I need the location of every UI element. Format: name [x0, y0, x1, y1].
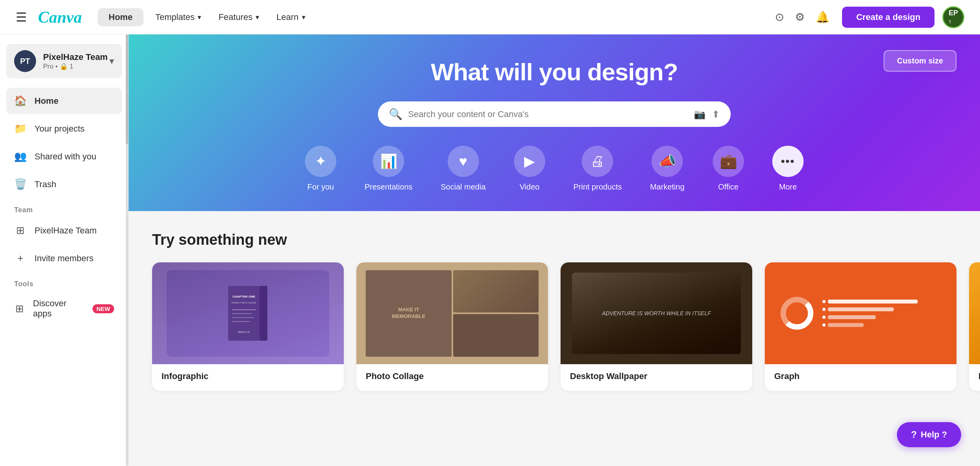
- camera-icon[interactable]: 📷: [694, 109, 706, 120]
- templates-chevron-icon: ▾: [198, 13, 201, 22]
- help-button[interactable]: ? Help ?: [897, 422, 961, 447]
- category-office-label: Office: [718, 182, 739, 191]
- category-more[interactable]: ••• More: [758, 146, 818, 191]
- category-office[interactable]: 💼 Office: [699, 146, 758, 191]
- infographic-card-image: CHAPTER ONE RISING FOR A CAUSE ABOUT US: [152, 262, 344, 364]
- category-print-products-label: Print products: [573, 182, 622, 191]
- print-products-icon: 🖨: [582, 146, 613, 177]
- svg-text:RISING FOR A CAUSE: RISING FOR A CAUSE: [232, 302, 256, 304]
- category-for-you[interactable]: ✦ For you: [291, 146, 350, 191]
- svg-text:CHAPTER ONE: CHAPTER ONE: [232, 295, 256, 298]
- template-card-graph[interactable]: Graph: [765, 262, 956, 391]
- notifications-bell-icon[interactable]: 🔔: [816, 11, 829, 23]
- template-card-photo-collage[interactable]: MAKE ITMEMORABLE Photo Collage: [356, 262, 548, 391]
- search-input[interactable]: [408, 109, 688, 119]
- book-image: MAKINGTH...HAPP...: [969, 262, 980, 364]
- plus-icon: +: [14, 252, 27, 264]
- main-content: Custom size What will you design? 🔍 📷 ⬆ …: [129, 34, 980, 466]
- features-chevron-icon: ▾: [256, 13, 259, 22]
- team-name: PixelHaze Team: [43, 52, 108, 62]
- category-presentations[interactable]: 📊 Presentations: [350, 146, 426, 191]
- try-section-title: Try something new: [152, 231, 956, 248]
- hero-title: What will you design?: [160, 58, 949, 86]
- template-card-desktop-wallpaper[interactable]: ADVENTURE IS WORTH WHILE IN ITSELF Deskt…: [561, 262, 752, 391]
- category-for-you-label: For you: [307, 182, 334, 191]
- sidebar-item-invite-members[interactable]: + Invite members: [6, 245, 122, 271]
- search-icon: 🔍: [389, 108, 403, 121]
- hero-banner: Custom size What will you design? 🔍 📷 ⬆ …: [129, 34, 980, 211]
- sidebar-item-discover-apps[interactable]: ⊞ Discover apps NEW: [6, 291, 122, 326]
- category-marketing-label: Marketing: [650, 182, 684, 191]
- home-nav-pill[interactable]: Home: [98, 8, 143, 26]
- sidebar-item-shared-with-you[interactable]: 👥 Shared with you: [6, 143, 122, 170]
- sidebar-item-your-projects[interactable]: 📁 Your projects: [6, 116, 122, 142]
- book-label: Bo...: [969, 364, 980, 391]
- try-section: Try something new CHAPTER ONE RISING FOR…: [129, 211, 980, 411]
- categories-row: ✦ For you 📊 Presentations ♥ Social media…: [160, 146, 949, 191]
- category-print-products[interactable]: 🖨 Print products: [559, 146, 636, 191]
- category-video[interactable]: ▶ Video: [500, 146, 559, 191]
- svg-text:ABOUT US: ABOUT US: [238, 331, 250, 333]
- svg-rect-1: [260, 286, 267, 341]
- learn-nav-link[interactable]: Learn ▾: [268, 8, 314, 26]
- for-you-icon: ✦: [305, 146, 336, 177]
- create-design-button[interactable]: Create a design: [842, 7, 935, 28]
- help-label: Help ?: [921, 430, 947, 440]
- template-card-infographic[interactable]: CHAPTER ONE RISING FOR A CAUSE ABOUT US …: [152, 262, 344, 391]
- apps-grid-icon: ⊞: [14, 303, 25, 315]
- infographic-svg: CHAPTER ONE RISING FOR A CAUSE ABOUT US: [224, 282, 271, 345]
- wallpaper-image: ADVENTURE IS WORTH WHILE IN ITSELF: [561, 262, 752, 364]
- help-circle-icon[interactable]: ⊙: [775, 11, 784, 23]
- sidebar-item-your-projects-label: Your projects: [34, 124, 85, 134]
- sidebar: PT PixelHaze Team Pro • 🔒 1 ▾ 🏠 Home 📁 Y…: [0, 34, 129, 466]
- top-navigation: ☰ Canva Home Templates ▾ Features ▾ Lear…: [0, 0, 980, 34]
- category-more-label: More: [779, 182, 797, 191]
- custom-size-button[interactable]: Custom size: [884, 50, 956, 72]
- settings-gear-icon[interactable]: ⚙: [795, 11, 805, 23]
- templates-nav-link[interactable]: Templates ▾: [147, 8, 210, 26]
- features-nav-link[interactable]: Features ▾: [210, 8, 268, 26]
- team-section-label: Team: [6, 199, 122, 217]
- graph-donut-svg: [779, 296, 815, 331]
- office-icon: 💼: [713, 146, 744, 177]
- social-media-icon: ♥: [448, 146, 479, 177]
- sidebar-item-trash-label: Trash: [34, 179, 56, 190]
- marketing-icon: 📣: [652, 146, 683, 177]
- svg-rect-5: [232, 313, 252, 314]
- category-social-media[interactable]: ♥ Social media: [426, 146, 500, 191]
- help-icon: ?: [911, 429, 917, 440]
- sidebar-item-discover-label: Discover apps: [33, 298, 81, 319]
- home-icon: 🏠: [14, 95, 27, 107]
- category-marketing[interactable]: 📣 Marketing: [636, 146, 699, 191]
- sidebar-item-home[interactable]: 🏠 Home: [6, 88, 122, 114]
- svg-rect-4: [232, 309, 256, 310]
- sidebar-scrollbar[interactable]: [126, 34, 128, 466]
- upload-icon[interactable]: ⬆: [712, 109, 720, 120]
- sidebar-item-trash[interactable]: 🗑️ Trash: [6, 171, 122, 197]
- photo-collage-label: Photo Collage: [356, 364, 548, 391]
- sidebar-item-shared-label: Shared with you: [34, 152, 96, 162]
- infographic-label: Infographic: [152, 364, 344, 391]
- user-avatar[interactable]: EPT: [942, 6, 964, 28]
- canva-logo[interactable]: Canva: [38, 8, 82, 27]
- sidebar-item-pixelhaze-label: PixelHaze Team: [34, 226, 97, 236]
- template-card-book[interactable]: MAKINGTH...HAPP... Bo...: [969, 262, 980, 391]
- team-avatar: PT: [14, 50, 36, 72]
- sidebar-item-pixelhaze-team[interactable]: ⊞ PixelHaze Team: [6, 217, 122, 244]
- wallpaper-label: Desktop Wallpaper: [561, 364, 752, 391]
- photo-collage-image: MAKE ITMEMORABLE: [356, 262, 548, 364]
- category-video-label: Video: [519, 182, 539, 191]
- shared-icon: 👥: [14, 150, 27, 163]
- graph-label: Graph: [765, 364, 956, 391]
- folder-icon: 📁: [14, 123, 27, 135]
- template-cards-row: CHAPTER ONE RISING FOR A CAUSE ABOUT US …: [152, 262, 956, 391]
- category-presentations-label: Presentations: [365, 182, 412, 191]
- team-sub: Pro • 🔒 1: [43, 62, 108, 70]
- team-selector[interactable]: PT PixelHaze Team Pro • 🔒 1 ▾: [6, 44, 122, 78]
- team-grid-icon: ⊞: [14, 224, 27, 237]
- hamburger-menu-icon[interactable]: ☰: [16, 10, 27, 25]
- team-chevron-icon: ▾: [109, 56, 114, 67]
- presentations-icon: 📊: [373, 146, 404, 177]
- category-social-media-label: Social media: [441, 182, 486, 191]
- learn-chevron-icon: ▾: [302, 13, 305, 22]
